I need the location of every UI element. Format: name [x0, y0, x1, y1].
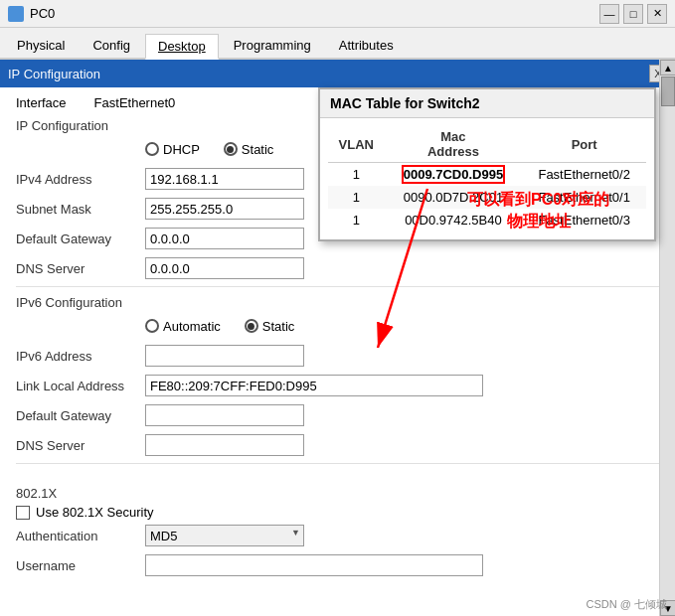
main-content: ▲ ▼ IP Configuration X Interface FastEth…: [0, 60, 675, 616]
tab-desktop[interactable]: Desktop: [145, 34, 219, 60]
8021x-title: 802.1X: [16, 486, 659, 501]
static-label: Static: [242, 142, 274, 157]
scroll-thumb[interactable]: [661, 77, 675, 106]
tab-config[interactable]: Config: [80, 33, 143, 58]
mac-row-3-vlan: 1: [328, 209, 385, 231]
ipv6-section-title: IPv6 Configuration: [16, 295, 659, 310]
annotation-area: 可以看到PC0对应的物理地址: [467, 189, 609, 233]
divider-1: [16, 286, 659, 287]
highlighted-mac: 0009.7CD0.D995: [402, 165, 505, 184]
username-label: Username: [16, 558, 145, 573]
title-bar: PC0 — □ ✕: [0, 0, 675, 28]
default-gateway-ipv6-row: Default Gateway: [16, 403, 659, 427]
dns-server-row: DNS Server: [16, 256, 659, 280]
mac-table-row-1: 1 0009.7CD0.D995 FastEthernet0/2: [328, 163, 646, 187]
username-input[interactable]: [145, 554, 483, 576]
static-radio-item[interactable]: Static: [224, 142, 274, 157]
auth-select-wrapper: MD5: [145, 525, 304, 546]
mac-row-1-vlan: 1: [328, 163, 385, 187]
use-8021x-label: Use 802.1X Security: [36, 505, 154, 520]
interface-value: FastEthernet0: [94, 95, 176, 110]
section-8021x: 802.1X Use 802.1X Security Authenticatio…: [0, 486, 675, 577]
title-controls: — □ ✕: [599, 4, 667, 24]
annotation-text: 可以看到PC0对应的物理地址: [467, 189, 609, 233]
use-8021x-row: Use 802.1X Security: [16, 505, 659, 520]
automatic-label: Automatic: [163, 319, 221, 334]
scroll-up-button[interactable]: ▲: [660, 60, 675, 76]
tab-physical[interactable]: Physical: [4, 33, 78, 58]
ipv6-static-label: Static: [262, 319, 295, 334]
tab-attributes[interactable]: Attributes: [326, 33, 407, 58]
default-gateway-input[interactable]: [145, 228, 304, 249]
maximize-button[interactable]: □: [623, 4, 643, 24]
subnet-mask-input[interactable]: [145, 198, 304, 220]
link-local-row: Link Local Address: [16, 374, 659, 397]
scrollbar[interactable]: ▲ ▼: [659, 60, 675, 616]
automatic-radio-button[interactable]: [145, 319, 159, 333]
ipv6-address-input[interactable]: [145, 345, 304, 367]
static-radio-button[interactable]: [224, 142, 238, 156]
minimize-button[interactable]: —: [599, 4, 619, 24]
ipv6-static-radio-button[interactable]: [245, 319, 258, 333]
mac-table-title: MAC Table for Switch2: [320, 89, 654, 118]
mac-row-2-vlan: 1: [328, 186, 385, 209]
tab-bar: Physical Config Desktop Programming Attr…: [0, 28, 675, 60]
col-mac-address: MacAddress: [385, 126, 523, 163]
col-port: Port: [522, 126, 646, 163]
ipv4-address-label: IPv4 Address: [16, 172, 145, 187]
mac-row-1-port: FastEthernet0/2: [522, 163, 646, 187]
dhcp-static-radio-group: DHCP Static: [145, 142, 273, 157]
default-gateway-ipv6-label: Default Gateway: [16, 408, 145, 423]
dns-server-ipv6-row: DNS Server: [16, 433, 659, 457]
dns-server-ipv6-input[interactable]: [145, 434, 304, 456]
link-local-label: Link Local Address: [16, 379, 145, 393]
dhcp-label: DHCP: [163, 142, 200, 157]
col-vlan: VLAN: [328, 126, 385, 163]
link-local-input[interactable]: [145, 375, 483, 396]
automatic-radio-item[interactable]: Automatic: [145, 319, 221, 334]
ipv6-address-row: IPv6 Address: [16, 344, 659, 368]
dns-server-label: DNS Server: [16, 261, 145, 276]
dns-server-input[interactable]: [145, 257, 304, 279]
ipv6-radio-group: Automatic Static: [145, 319, 294, 334]
bottom-text: CSDN @ 七倾城: [587, 598, 667, 610]
dhcp-radio-item[interactable]: DHCP: [145, 142, 200, 157]
app-icon: [8, 6, 24, 22]
ipv6-address-label: IPv6 Address: [16, 349, 145, 364]
username-row: Username: [16, 553, 659, 577]
auth-select[interactable]: MD5: [145, 525, 304, 546]
ipv6-dhcp-static-row: Automatic Static: [16, 314, 659, 338]
dhcp-radio-button[interactable]: [145, 142, 159, 156]
mac-row-1-mac: 0009.7CD0.D995: [385, 163, 523, 187]
subnet-mask-label: Subnet Mask: [16, 202, 145, 217]
default-gateway-label: Default Gateway: [16, 231, 145, 246]
dns-server-ipv6-label: DNS Server: [16, 438, 145, 453]
close-button[interactable]: ✕: [647, 4, 667, 24]
interface-label: Interface: [16, 95, 67, 110]
default-gateway-ipv6-input[interactable]: [145, 404, 304, 426]
bottom-bar: CSDN @ 七倾城: [579, 593, 675, 616]
use-8021x-checkbox[interactable]: [16, 506, 30, 520]
auth-row: Authentication MD5: [16, 524, 659, 547]
ip-config-header: IP Configuration X: [0, 60, 675, 87]
auth-label: Authentication: [16, 529, 145, 543]
tab-programming[interactable]: Programming: [221, 33, 324, 58]
title-bar-left: PC0: [8, 6, 55, 22]
divider-2: [16, 463, 659, 464]
ipv6-static-radio-item[interactable]: Static: [245, 319, 295, 334]
ipv4-address-input[interactable]: [145, 168, 304, 190]
ip-config-title: IP Configuration: [8, 67, 100, 81]
window-title: PC0: [30, 6, 55, 21]
